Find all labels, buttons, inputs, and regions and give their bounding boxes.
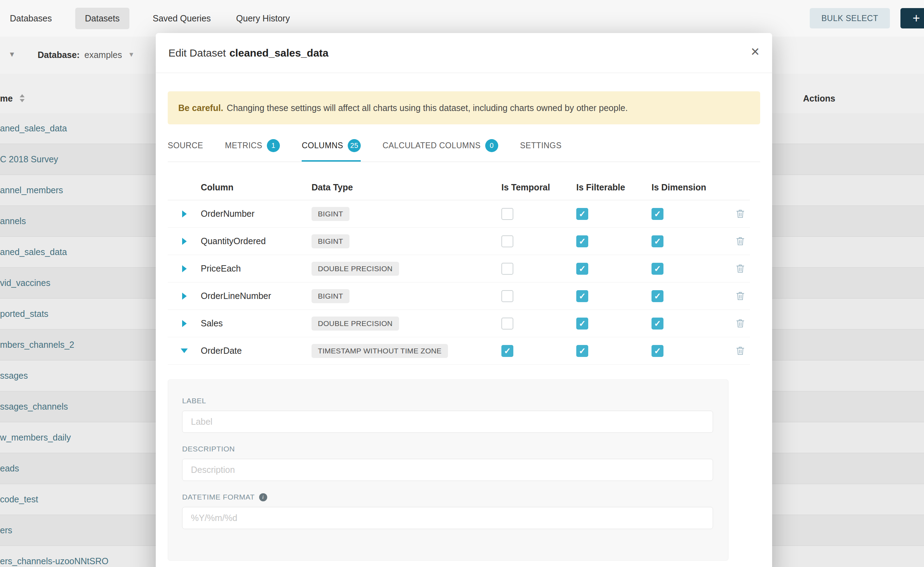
column-name: PriceEach: [201, 264, 312, 274]
delete-icon[interactable]: [736, 346, 745, 356]
tab[interactable]: CALCULATED COLUMNS 0: [382, 124, 498, 162]
edit-dataset-modal: Edit Datasetcleaned_sales_data × Be care…: [156, 33, 772, 567]
delete-icon[interactable]: [736, 236, 745, 246]
warning-text: Changing these settings will affect all …: [227, 103, 628, 113]
tab[interactable]: METRICS 1: [225, 124, 280, 162]
name-column-header: me: [0, 93, 13, 104]
is-dimension-checkbox[interactable]: [652, 345, 664, 357]
tab-badge: 25: [348, 139, 361, 152]
column-header: Column: [201, 182, 312, 192]
warning-banner: Be careful. Changing these settings will…: [168, 92, 760, 124]
column-name: OrderLineNumber: [201, 291, 312, 301]
is-dimension-checkbox[interactable]: [652, 236, 664, 248]
expand-caret-icon[interactable]: [182, 265, 187, 272]
column-row: Sales DOUBLE PRECISION: [168, 310, 750, 337]
dataset-link[interactable]: ssages_channels: [0, 402, 68, 412]
is-temporal-checkbox[interactable]: [501, 345, 513, 357]
is-filterable-checkbox[interactable]: [576, 236, 588, 248]
is-temporal-checkbox[interactable]: [501, 318, 513, 330]
description-field-group: DESCRIPTION: [182, 445, 728, 481]
sort-icon[interactable]: [20, 94, 25, 102]
delete-icon[interactable]: [736, 208, 745, 219]
is-dimension-checkbox[interactable]: [652, 290, 664, 302]
data-type-pill: DOUBLE PRECISION: [312, 316, 399, 331]
delete-icon[interactable]: [736, 291, 745, 301]
nav-tab[interactable]: Query History: [234, 8, 292, 29]
expand-caret-icon[interactable]: [182, 210, 187, 218]
expand-caret-icon[interactable]: [181, 348, 188, 353]
tab-label: COLUMNS: [302, 141, 343, 150]
label-input[interactable]: [182, 411, 713, 433]
is-filterable-checkbox[interactable]: [576, 208, 588, 220]
bulk-select-button[interactable]: BULK SELECT: [810, 8, 890, 28]
is-filterable-checkbox[interactable]: [576, 318, 588, 330]
chevron-down-icon[interactable]: ▾: [10, 49, 14, 59]
column-detail-panel: LABEL DESCRIPTION DATETIME FORMAT i: [168, 380, 728, 561]
column-name: Sales: [201, 318, 312, 328]
expand-caret-icon[interactable]: [182, 320, 187, 327]
dataset-link[interactable]: annel_members: [0, 185, 63, 195]
dataset-link[interactable]: ers: [0, 525, 12, 536]
delete-icon[interactable]: [736, 318, 745, 328]
tab[interactable]: SOURCE: [168, 124, 203, 162]
plus-icon: +: [912, 11, 920, 26]
chevron-down-icon[interactable]: ▾: [129, 50, 133, 59]
dataset-link[interactable]: ported_stats: [0, 309, 48, 319]
is-temporal-header: Is Temporal: [501, 182, 576, 192]
datetime-format-input[interactable]: [182, 507, 713, 529]
close-icon[interactable]: ×: [751, 44, 760, 59]
columns-table-rows: OrderNumber BIGINT: [168, 200, 760, 364]
tab-label: CALCULATED COLUMNS: [382, 141, 481, 150]
dataset-link[interactable]: code_test: [0, 494, 38, 504]
is-temporal-checkbox[interactable]: [501, 208, 513, 220]
database-filter-value[interactable]: examples: [84, 50, 122, 60]
column-row: PriceEach DOUBLE PRECISION: [168, 255, 750, 282]
add-dataset-button[interactable]: +: [900, 8, 924, 28]
is-dimension-checkbox[interactable]: [652, 208, 664, 220]
data-type-pill: BIGINT: [312, 289, 349, 303]
label-field-group: LABEL: [182, 397, 728, 433]
is-temporal-checkbox[interactable]: [501, 290, 513, 302]
is-temporal-checkbox[interactable]: [501, 263, 513, 275]
modal-tabs: SOURCE METRICS 1 COLUMNS 25 CALCULATED C…: [168, 124, 760, 162]
is-temporal-checkbox[interactable]: [501, 236, 513, 248]
is-filterable-checkbox[interactable]: [576, 263, 588, 275]
dataset-link[interactable]: aned_sales_data: [0, 247, 67, 257]
modal-title-dataset-name: cleaned_sales_data: [229, 47, 328, 58]
tab-label: SETTINGS: [520, 141, 561, 150]
tab-label: METRICS: [225, 141, 262, 150]
dataset-link[interactable]: ers_channels-uzooNNtSRO: [0, 556, 108, 566]
nav-tab[interactable]: Datasets: [75, 8, 130, 29]
info-icon[interactable]: i: [259, 493, 267, 501]
label-field-label: LABEL: [182, 397, 728, 405]
dataset-link[interactable]: mbers_channels_2: [0, 340, 74, 350]
tab[interactable]: COLUMNS 25: [302, 124, 361, 162]
dataset-link[interactable]: annels: [0, 216, 26, 226]
dataset-link[interactable]: vid_vaccines: [0, 278, 50, 288]
dataset-link[interactable]: aned_sales_data: [0, 123, 67, 134]
is-dimension-checkbox[interactable]: [652, 263, 664, 275]
nav-tab[interactable]: Databases: [8, 8, 54, 29]
data-type-header: Data Type: [312, 182, 501, 192]
nav-tab-label: Databases: [10, 14, 52, 23]
dataset-link[interactable]: eads: [0, 464, 19, 474]
is-filterable-checkbox[interactable]: [576, 345, 588, 357]
data-type-pill: DOUBLE PRECISION: [312, 262, 399, 276]
description-field-label: DESCRIPTION: [182, 445, 728, 453]
expand-caret-icon[interactable]: [182, 238, 187, 245]
dataset-link[interactable]: C 2018 Survey: [0, 154, 58, 164]
nav-tab-label: Saved Queries: [153, 14, 211, 23]
dataset-link[interactable]: w_members_daily: [0, 432, 71, 442]
column-row: OrderDate TIMESTAMP WITHOUT TIME ZONE: [168, 337, 750, 364]
expand-caret-icon[interactable]: [182, 292, 187, 300]
is-filterable-checkbox[interactable]: [576, 290, 588, 302]
tab[interactable]: SETTINGS: [520, 124, 561, 162]
is-dimension-checkbox[interactable]: [652, 318, 664, 330]
tab-badge: 0: [485, 139, 498, 152]
nav-tab[interactable]: Saved Queries: [150, 8, 213, 29]
nav-tab-label: Query History: [236, 14, 290, 23]
data-type-pill: BIGINT: [312, 234, 349, 248]
dataset-link[interactable]: ssages: [0, 370, 28, 381]
delete-icon[interactable]: [736, 264, 745, 274]
description-input[interactable]: [182, 459, 713, 481]
